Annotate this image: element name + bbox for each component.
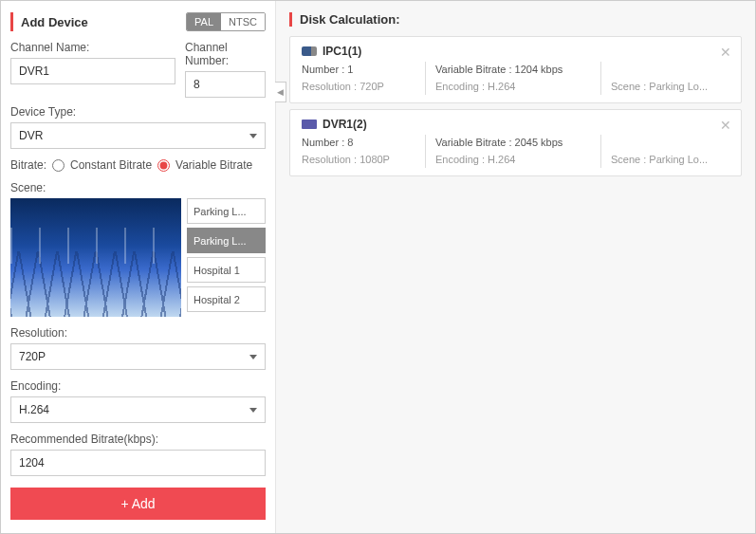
variable-bitrate-radio[interactable] [157, 159, 170, 172]
rec-bitrate-input[interactable] [10, 450, 266, 476]
pal-toggle[interactable]: PAL [187, 13, 221, 30]
scene-btn-0[interactable]: Parking L... [187, 198, 266, 224]
device-type-select[interactable]: DVR [10, 122, 266, 149]
scene-btn-3[interactable]: Hospital 2 [187, 286, 266, 312]
channel-name-input[interactable] [10, 58, 175, 84]
ntsc-toggle[interactable]: NTSC [221, 13, 265, 30]
bitrate-row: Bitrate: Constant Bitrate Variable Bitra… [10, 158, 266, 172]
scene-preview-image [10, 198, 181, 317]
resolution-label: Resolution: [10, 326, 266, 340]
device-name: IPC1(1) [323, 45, 361, 58]
bitrate-label: Bitrate: [10, 158, 46, 172]
device-list: IPC1(1) ✕ Number : 1 Variable Bitrate : … [289, 36, 742, 176]
add-device-title: Add Device PAL NTSC [10, 12, 266, 31]
device-card: IPC1(1) ✕ Number : 1 Variable Bitrate : … [289, 36, 742, 103]
disk-calc-title: Disk Calculation: [289, 12, 742, 27]
scene-btn-2[interactable]: Hospital 1 [187, 257, 266, 283]
channel-number-label: Channel Number: [185, 41, 266, 67]
variable-bitrate-label: Variable Bitrate [175, 158, 252, 172]
channel-number-input[interactable] [185, 71, 266, 98]
add-button[interactable]: + Add [10, 488, 266, 520]
scene-btn-1[interactable]: Parking L... [187, 228, 266, 253]
disk-calculation-panel: ◀ Disk Calculation: IPC1(1) ✕ Number : 1… [276, 1, 755, 533]
add-device-panel: Add Device PAL NTSC Channel Name: Channe… [1, 1, 276, 533]
video-standard-toggle: PAL NTSC [186, 12, 266, 31]
device-name: DVR1(2) [323, 118, 367, 131]
constant-bitrate-label: Constant Bitrate [70, 158, 152, 172]
constant-bitrate-radio[interactable] [52, 159, 65, 172]
close-icon[interactable]: ✕ [720, 45, 731, 60]
encoding-select[interactable]: H.264 [10, 396, 266, 423]
resolution-select[interactable]: 720P [10, 343, 266, 370]
device-card: DVR1(2) ✕ Number : 8 Variable Bitrate : … [289, 109, 742, 176]
collapse-handle[interactable]: ◀ [275, 82, 286, 102]
device-icon [302, 120, 317, 129]
scene-button-list: Parking L... Parking L... Hospital 1 Hos… [187, 198, 266, 317]
device-icon [302, 46, 317, 56]
device-type-label: Device Type: [10, 105, 266, 119]
encoding-label: Encoding: [10, 379, 266, 393]
scene-label: Scene: [10, 181, 266, 194]
close-icon[interactable]: ✕ [720, 118, 731, 133]
title-text: Add Device [21, 15, 88, 29]
channel-name-label: Channel Name: [10, 41, 175, 54]
rec-bitrate-label: Recommended Bitrate(kbps): [10, 433, 266, 446]
